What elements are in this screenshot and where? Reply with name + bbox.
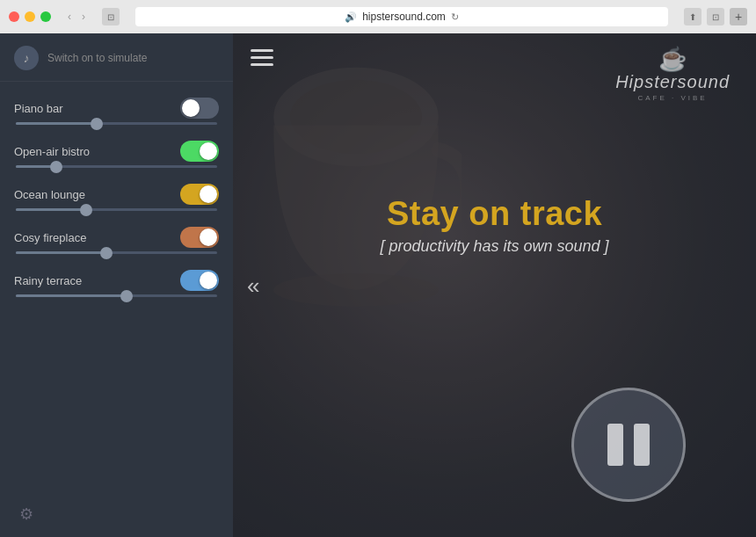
sound-item-row: Ocean lounge xyxy=(14,184,219,205)
slider-track xyxy=(16,251,217,254)
sound-label-ocean-lounge: Ocean lounge xyxy=(14,188,85,201)
sound-item-ocean-lounge: Ocean lounge xyxy=(0,177,233,214)
toggle-knob xyxy=(200,272,217,289)
slider-rainy-terrace[interactable] xyxy=(14,294,219,297)
sidebar-header-text: Switch on to simulate xyxy=(47,52,147,64)
settings-icon[interactable]: ⚙ xyxy=(14,502,39,526)
slider-piano-bar[interactable] xyxy=(14,122,219,125)
slider-thumb[interactable] xyxy=(100,247,113,259)
toggle-ocean-lounge[interactable] xyxy=(180,184,219,205)
hamburger-line xyxy=(251,56,273,59)
sidebar-logo: ♪ xyxy=(14,46,39,70)
hamburger-line xyxy=(251,49,273,52)
pause-button[interactable] xyxy=(571,388,686,502)
refresh-icon: ↻ xyxy=(451,11,459,23)
url-text: hipstersound.com xyxy=(362,11,446,23)
sound-item-row: Piano bar xyxy=(14,98,219,119)
slider-fill xyxy=(16,251,106,254)
slider-track xyxy=(16,294,217,297)
app-container: ♪ Switch on to simulate Piano bar xyxy=(0,33,756,537)
toggle-knob xyxy=(200,229,217,246)
sound-label-cosy-fireplace: Cosy fireplace xyxy=(14,231,86,244)
forward-button[interactable]: › xyxy=(77,11,90,23)
slider-track xyxy=(16,208,217,211)
hamburger-menu[interactable] xyxy=(251,49,273,66)
main-subtitle: [ productivity has its own sound ] xyxy=(284,237,706,256)
browser-right-buttons: ⬆ ⊡ + xyxy=(684,8,747,25)
sound-item-row: Open-air bistro xyxy=(14,141,219,162)
sound-item-row: Rainy terrace xyxy=(14,270,219,291)
toggle-piano-bar[interactable] xyxy=(180,98,219,119)
sound-label-rainy-terrace: Rainy terrace xyxy=(14,274,82,287)
toggle-knob xyxy=(200,142,217,160)
close-button[interactable] xyxy=(9,11,19,22)
sound-item-row: Cosy fireplace xyxy=(14,227,219,248)
hamburger-line xyxy=(251,63,273,66)
slider-fill xyxy=(16,122,97,125)
slider-thumb[interactable] xyxy=(91,118,103,130)
main-area: ☕ Hipstersound CAFE · VIBE Stay on track… xyxy=(233,33,756,537)
sound-item-piano-bar: Piano bar xyxy=(0,91,233,128)
window-view-button[interactable]: ⊡ xyxy=(102,8,120,25)
sound-label-open-air-bistro: Open-air bistro xyxy=(14,145,90,158)
slider-thumb[interactable] xyxy=(120,290,133,302)
main-title: Stay on track xyxy=(284,193,706,234)
nav-buttons: ‹ › xyxy=(63,11,90,23)
toggle-knob xyxy=(200,185,217,203)
slider-thumb[interactable] xyxy=(50,161,62,173)
traffic-lights xyxy=(9,11,51,22)
pause-bar-right xyxy=(634,424,650,466)
toggle-rainy-terrace[interactable] xyxy=(180,270,219,291)
pause-bar-left xyxy=(607,424,623,466)
sound-item-open-air-bistro: Open-air bistro xyxy=(0,134,233,171)
share-button[interactable]: ⬆ xyxy=(684,8,701,25)
sidebar-header: ♪ Switch on to simulate xyxy=(0,33,233,82)
logo-icon: ♪ xyxy=(24,51,30,65)
sound-items-list: Piano bar Open-air bistro xyxy=(0,82,233,491)
back-button[interactable]: ‹ xyxy=(63,11,76,23)
new-tab-button[interactable]: + xyxy=(730,8,747,25)
speaker-icon: 🔊 xyxy=(345,11,357,23)
slider-open-air-bistro[interactable] xyxy=(14,165,219,168)
headline-area: Stay on track [ productivity has its own… xyxy=(284,193,706,256)
slider-fill xyxy=(16,208,86,211)
logo-text: Hipstersound xyxy=(615,72,730,92)
sound-item-rainy-terrace: Rainy terrace xyxy=(0,263,233,301)
address-bar[interactable]: 🔊 hipstersound.com ↻ xyxy=(135,7,668,26)
sound-label-piano-bar: Piano bar xyxy=(14,102,63,115)
logo-sub-text: CAFE · VIBE xyxy=(637,94,707,102)
bookmark-button[interactable]: ⊡ xyxy=(707,8,724,25)
chevron-left-button[interactable]: « xyxy=(247,274,259,297)
logo-cup-icon: ☕ xyxy=(658,47,687,70)
sound-item-cosy-fireplace: Cosy fireplace xyxy=(0,220,233,258)
toggle-knob xyxy=(182,99,200,117)
toggle-cosy-fireplace[interactable] xyxy=(180,227,219,248)
pause-bars xyxy=(607,424,650,466)
slider-cosy-fireplace[interactable] xyxy=(14,251,219,254)
slider-track xyxy=(16,122,217,125)
slider-track xyxy=(16,165,217,168)
browser-chrome: ‹ › ⊡ 🔊 hipstersound.com ↻ ⬆ ⊡ + xyxy=(0,0,756,33)
slider-ocean-lounge[interactable] xyxy=(14,208,219,211)
slider-thumb[interactable] xyxy=(80,204,92,216)
maximize-button[interactable] xyxy=(40,11,51,22)
sidebar: ♪ Switch on to simulate Piano bar xyxy=(0,33,233,537)
logo-area: ☕ Hipstersound CAFE · VIBE xyxy=(615,47,730,102)
sidebar-footer: ⚙ xyxy=(0,491,233,537)
minimize-button[interactable] xyxy=(25,11,35,22)
toggle-open-air-bistro[interactable] xyxy=(180,141,219,162)
slider-fill xyxy=(16,294,127,297)
